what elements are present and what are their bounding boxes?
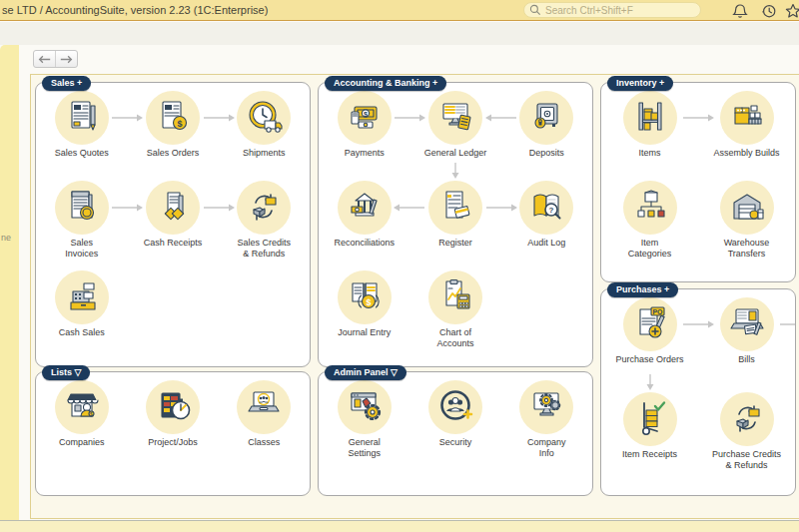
book-magnifier-icon: ?	[519, 181, 573, 235]
app-item-cash-sales[interactable]: Cash Sales	[36, 270, 127, 360]
safe-icon	[519, 91, 573, 145]
bottom-status-strip	[0, 520, 799, 532]
item-label: Classes	[248, 437, 280, 448]
flow-arrow-right-icon	[681, 112, 715, 124]
window-gear-icon	[338, 380, 392, 434]
svg-text:$: $	[177, 119, 182, 129]
item-label: Companies	[59, 437, 105, 448]
item-label: Item Receipts	[622, 449, 677, 460]
item-label: Register	[438, 238, 472, 249]
purchases-items: POPurchase OrdersBillsItem ReceiptsPurch…	[601, 289, 795, 495]
storefront-icon: $	[55, 380, 109, 434]
tasks-stopwatch-icon	[146, 380, 200, 434]
app-item-journal-entry[interactable]: $Journal Entry	[319, 270, 409, 360]
app-item-project-jobs[interactable]: Project/Jobs	[127, 380, 218, 470]
back-button[interactable]	[34, 51, 55, 67]
app-item-audit-log[interactable]: ?Audit Log	[501, 181, 592, 270]
assembly-boxes-icon	[720, 91, 774, 145]
app-item-chart-of-accounts[interactable]: Chart of Accounts	[409, 270, 500, 360]
toolbar-strip	[0, 22, 799, 45]
app-item-sales-orders[interactable]: $Sales Orders	[127, 91, 218, 181]
item-label: Cash Sales	[59, 327, 105, 338]
flow-arrow-right-icon	[393, 112, 426, 124]
bell-icon[interactable]	[732, 3, 748, 19]
sales-badge[interactable]: Sales +	[42, 76, 91, 91]
app-item-sales-quotes[interactable]: Sales Quotes	[36, 91, 127, 181]
global-search[interactable]	[523, 2, 701, 18]
flow-arrow-right-icon	[484, 202, 518, 214]
monitor-gear-icon	[519, 380, 573, 434]
app-item-item-receipts[interactable]: Item Receipts	[601, 392, 698, 487]
admin-panel: Admin Panel ▽General SettingsSecurityCom…	[318, 371, 593, 496]
app-item-payments[interactable]: $Payments	[319, 91, 409, 181]
register-doc-icon	[428, 181, 482, 235]
star-icon[interactable]	[785, 3, 799, 19]
app-item-item-categories[interactable]: Item Categories	[601, 181, 698, 270]
chart-calculator-icon	[428, 270, 482, 324]
admin-badge[interactable]: Admin Panel ▽	[325, 365, 406, 380]
item-label: Project/Jobs	[148, 437, 198, 448]
lists-panel: Lists ▽$CompaniesProject/JobsClasses	[35, 371, 311, 496]
flow-arrow-left-icon	[484, 112, 518, 124]
item-label: General Settings	[348, 437, 381, 459]
app-item-assembly-builds[interactable]: Assembly Builds	[698, 91, 795, 181]
app-item-items[interactable]: Items	[601, 91, 698, 181]
accounting-badge[interactable]: Accounting & Banking +	[325, 76, 446, 91]
sales-panel: Sales +Sales Quotes$Sales OrdersShipment…	[35, 82, 311, 367]
app-item-warehouse-transfers[interactable]: Warehouse Transfers	[698, 181, 795, 270]
item-label: Cash Receipts	[144, 238, 203, 249]
app-item-companies[interactable]: $Companies	[36, 380, 127, 470]
item-label: Purchase Credits & Refunds	[712, 449, 781, 471]
app-item-shipments[interactable]: Shipments	[219, 91, 310, 181]
inventory-badge[interactable]: Inventory +	[607, 76, 673, 91]
app-item-general-settings[interactable]: General Settings	[319, 380, 409, 470]
laptop-bill-icon	[720, 297, 774, 351]
history-nav	[33, 50, 78, 68]
app-item-register[interactable]: Register	[409, 181, 500, 270]
receipts-coins-icon	[146, 181, 200, 235]
item-label: General Ledger	[424, 148, 487, 159]
app-item-sales-credits-refunds[interactable]: Sales Credits & Refunds	[219, 181, 310, 270]
history-icon[interactable]	[761, 3, 777, 19]
app-item-deposits[interactable]: Deposits	[501, 91, 592, 181]
item-label: Chart of Accounts	[436, 327, 473, 349]
clock-truck-icon	[237, 91, 291, 145]
item-label: Journal Entry	[338, 327, 391, 338]
flow-arrow-right-icon	[778, 318, 795, 330]
admin-items: General SettingsSecurityCompany Info	[319, 372, 592, 495]
accounting-panel: Accounting & Banking +$PaymentsGeneral L…	[318, 82, 593, 367]
shelf-boxes-icon	[623, 91, 677, 145]
flow-arrow-right-icon	[202, 112, 236, 124]
flow-arrow-right-icon	[202, 202, 236, 214]
item-label: Payments	[345, 148, 385, 159]
app-item-bills[interactable]: Bills	[698, 297, 795, 392]
empty-cell	[219, 270, 310, 360]
app-item-company-info[interactable]: Company Info	[501, 380, 592, 470]
flow-arrow-down-icon	[644, 373, 656, 391]
item-label: Item Categories	[628, 238, 672, 260]
search-input[interactable]	[545, 5, 695, 16]
forward-button[interactable]	[55, 51, 77, 67]
sidebar-text-fragment: ne	[1, 233, 11, 243]
warehouse-icon	[720, 181, 774, 235]
svg-text:$: $	[366, 297, 371, 307]
item-label: Shipments	[243, 148, 286, 159]
flow-arrow-left-icon	[393, 202, 426, 214]
refund-cycle-icon	[720, 392, 774, 446]
search-icon	[529, 4, 541, 16]
app-item-classes[interactable]: Classes	[219, 380, 310, 470]
people-circle-icon	[428, 380, 482, 434]
app-item-sales-invoices[interactable]: Sales Invoices	[36, 181, 127, 270]
item-label: Items	[638, 148, 660, 159]
lists-badge[interactable]: Lists ▽	[42, 365, 90, 380]
flow-arrow-right-icon	[110, 112, 144, 124]
po-document-icon: PO	[623, 297, 677, 351]
money-stack-icon: $	[338, 91, 392, 145]
app-item-purchase-credits-refunds[interactable]: Purchase Credits & Refunds	[698, 392, 795, 487]
app-item-reconciliations[interactable]: Reconciliations	[319, 181, 409, 270]
inventory-panel: Inventory +ItemsAssembly BuildsItem Cate…	[600, 82, 796, 282]
app-item-security[interactable]: Security	[409, 380, 500, 470]
lists-items: $CompaniesProject/JobsClasses	[36, 372, 310, 495]
purchases-badge[interactable]: Purchases +	[607, 282, 678, 297]
app-item-cash-receipts[interactable]: Cash Receipts	[127, 181, 218, 270]
